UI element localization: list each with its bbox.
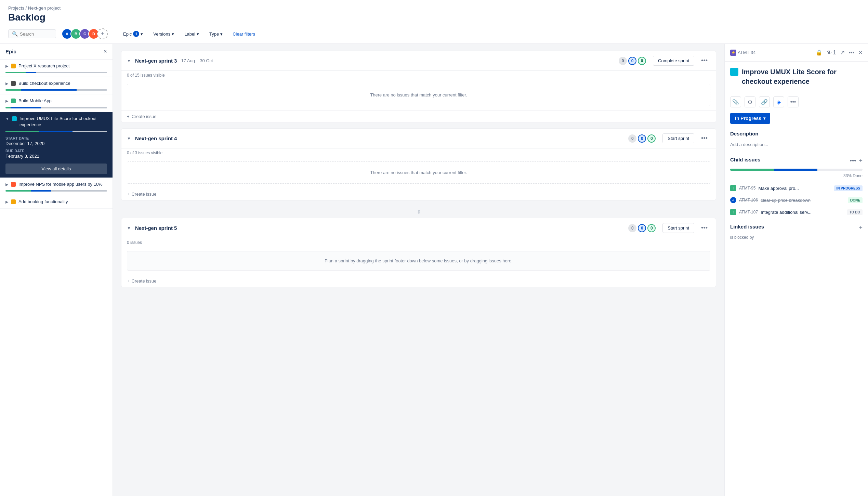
epic3-label: Build Mobile App [18,98,52,104]
more-actions-button[interactable]: ••• [849,50,855,56]
sidebar-header: Epic × [0,44,113,60]
breadcrumb: Projects / Next-gen project [8,5,860,11]
linked-issues-title: Linked issues [730,224,764,230]
attachment-button[interactable]: 📎 [730,96,741,107]
epic1-progress [5,72,107,73]
epic-filter-button[interactable]: Epic 1 ▾ [119,28,147,39]
epic5-chevron-icon: ▶ [5,182,8,187]
avatar-group: A B C D + [62,28,108,39]
dropbox-button[interactable]: ◈ [773,96,784,107]
epic4-chevron-icon: ▼ [5,117,9,121]
close-right-panel-button[interactable]: × [858,49,863,56]
sprint5-plus-icon: + [127,278,130,284]
sprint5-inprogress-count: 0 [638,224,646,232]
sprint3-action-button[interactable]: Complete sprint [653,56,694,66]
sprint5-chevron-icon[interactable]: ▼ [127,226,131,231]
child-add-button[interactable]: + [859,157,863,165]
child-issue-1-status: IN PROGRESS [834,185,863,191]
watch-button[interactable]: 👁 1 [827,50,836,56]
right-panel-body: Improve UMUX Lite Score for checkout exp… [725,62,868,247]
child-issues-title: Child issues [730,157,760,162]
clear-filters-button[interactable]: Clear filters [229,29,259,39]
sprint5-create-issue-button[interactable]: + Create issue [121,275,716,287]
breadcrumb-current: Next-gen project [28,5,61,11]
sprint4-more-button[interactable]: ••• [698,133,710,143]
sprint5-action-button[interactable]: Start sprint [662,223,694,233]
sprint3-plus-icon: + [127,114,130,119]
sprint5-header: ▼ Next-gen sprint 5 0 0 0 Start sprint •… [121,218,716,238]
lock-icon-button[interactable]: 🔒 [816,49,823,56]
sprint5-plan-text: Plan a sprint by dragging the sprint foo… [127,251,710,271]
sidebar-item-epic5[interactable]: ▶ Improve NPS for mobile app users by 10… [0,178,113,195]
sidebar-item-epic3[interactable]: ▶ Build Mobile App [0,94,113,112]
sprint5-more-button[interactable]: ••• [698,223,710,233]
add-avatar-button[interactable]: + [97,28,108,39]
top-header: Projects / Next-gen project Backlog [0,0,868,26]
more-actions-icon-button[interactable]: ••• [788,96,799,107]
epic-filter-chevron-icon: ▾ [141,31,143,37]
page-title: Backlog [8,12,860,23]
center-panel: ▼ Next-gen sprint 3 17 Aug – 30 Oct 0 0 … [113,44,724,496]
sidebar-item-epic6[interactable]: ▶ Add booking functionality [0,195,113,209]
linked-issues-header: Linked issues + [730,224,863,232]
description-placeholder[interactable]: Add a description... [730,139,863,150]
link-button[interactable]: 🔗 [759,96,770,107]
close-sidebar-button[interactable]: × [103,48,107,55]
sprint3-todo-count: 0 [619,57,627,65]
sprint3-chevron-icon[interactable]: ▼ [127,58,131,63]
view-all-details-button[interactable]: View all details [5,164,107,174]
child-issue-2-status: DONE [848,197,863,203]
hierarchy-button[interactable]: ⚙ [745,96,755,107]
child-issue-1[interactable]: ↑ ATMT-95 Make approval pro... IN PROGRE… [730,182,863,194]
versions-filter-button[interactable]: Versions ▾ [149,29,178,39]
sprint4-empty-message: There are no issues that match your curr… [127,161,710,184]
sprint3-more-button[interactable]: ••• [698,56,710,66]
child-issue-1-name: Make approval pro... [758,186,831,191]
sprint5-done-count: 0 [647,224,656,232]
epic6-color [11,199,16,204]
sidebar-title: Epic [5,49,16,54]
sprint4-section: ▼ Next-gen sprint 4 0 0 0 Start sprint •… [121,128,716,200]
child-issue-3-id: ATMT-107 [739,210,758,214]
status-label: In Progress [735,116,761,121]
epic2-label: Build checkout experience [18,80,70,87]
type-filter-button[interactable]: Type ▾ [206,29,226,39]
search-input[interactable] [20,31,54,37]
epic2-progress [5,89,107,91]
sprint5-counts: 0 0 0 [628,224,656,232]
type-filter-chevron-icon: ▾ [220,31,223,37]
sprint4-action-button[interactable]: Start sprint [662,133,694,143]
epic4-color [12,116,17,121]
type-filter-label: Type [209,31,219,37]
issue-id-text: ATMT-34 [738,50,756,55]
sidebar-item-epic1[interactable]: ▶ Project X research project [0,60,113,77]
epic1-chevron-icon: ▶ [5,64,8,68]
eye-icon: 👁 [827,50,832,56]
share-button[interactable]: ↗ [840,49,845,56]
epic3-color [11,99,16,103]
epic5-label: Improve NPS for mobile app users by 10% [18,181,103,187]
sidebar-item-epic2[interactable]: ▶ Build checkout experience [0,77,113,94]
search-box[interactable]: 🔍 [8,29,56,38]
sidebar-item-epic4[interactable]: ▼ Improve UMUX Lite Score for checkout e… [0,112,113,178]
sprint3-name: Next-gen sprint 3 [135,58,177,64]
child-issue-2[interactable]: ✓ ATMT-106 clear-up price breakdown DONE [730,194,863,206]
breadcrumb-projects[interactable]: Projects [8,5,24,11]
epic-filter-label: Epic [123,31,132,37]
sprint4-create-issue-button[interactable]: + Create issue [121,188,716,200]
due-date-value: February 3, 2021 [5,154,107,159]
child-issue-3[interactable]: ↑ ATMT-107 Integrate additional serv... … [730,206,863,218]
toolbar: 🔍 A B C D + Epic 1 ▾ Versions ▾ Label ▾ … [0,26,868,44]
sprint3-create-issue-button[interactable]: + Create issue [121,110,716,122]
sprint3-empty-message: There are no issues that match your curr… [127,84,710,106]
action-icons-row: 📎 ⚙ 🔗 ◈ ••• [730,96,863,107]
epic-filter-badge: 1 [133,31,139,37]
linked-add-button[interactable]: + [859,224,863,232]
label-filter-button[interactable]: Label ▾ [181,29,203,39]
child-more-button[interactable]: ••• [850,157,856,165]
sprint5-todo-count: 0 [628,224,636,232]
description-section-title: Description [730,131,863,136]
epic1-label: Project X research project [18,63,70,69]
sprint4-chevron-icon[interactable]: ▼ [127,136,131,141]
status-button[interactable]: In Progress ▾ [730,113,770,124]
